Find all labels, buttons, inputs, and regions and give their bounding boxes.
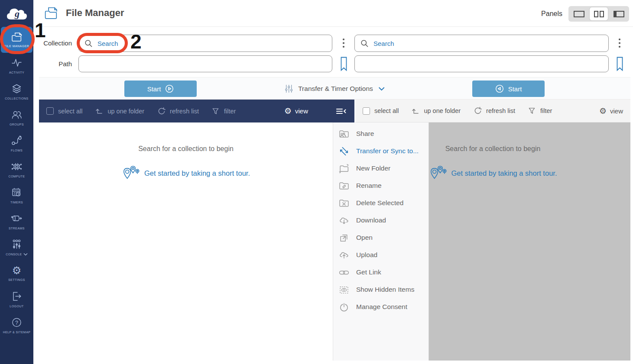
flow-icon (11, 135, 23, 146)
left-panel-toolbar: select all up one folder refresh list fi… (39, 100, 354, 122)
menu-item-show-hidden[interactable]: Show Hidden Items (333, 281, 428, 298)
transfer-timer-options-toggle[interactable]: Transfer & Timer Options (284, 77, 385, 100)
hidden-eye-icon (338, 284, 350, 295)
menu-item-get-link[interactable]: Get Link (333, 264, 428, 281)
sidebar-item-activity[interactable]: ACTIVITY (0, 53, 33, 79)
globus-logo[interactable]: g (0, 0, 33, 27)
refresh-list-button[interactable]: refresh list (473, 106, 515, 115)
select-all-checkbox[interactable]: select all (46, 107, 82, 115)
menu-item-label: Transfer or Sync to... (356, 147, 419, 155)
play-circle-icon (165, 84, 174, 93)
start-transfer-left-button[interactable]: Start (472, 81, 545, 97)
folder-icon (11, 31, 23, 42)
layers-icon (11, 83, 23, 94)
sidebar-item-compute[interactable]: COMPUTE (0, 157, 33, 183)
filter-funnel-icon (211, 107, 220, 115)
path-input-right[interactable] (354, 55, 609, 72)
menu-item-manage-consent[interactable]: Manage Consent (333, 298, 428, 316)
sidebar-item-timers[interactable]: TIMERS (0, 183, 33, 209)
question-icon: ? (11, 317, 23, 328)
up-one-folder-button[interactable]: up one folder (411, 107, 461, 115)
refresh-list-button[interactable]: refresh list (157, 107, 199, 116)
sidebar-item-label: STREAMS (9, 226, 25, 230)
calendar-clock-icon (11, 187, 23, 198)
search-icon (360, 39, 369, 48)
menu-item-new-folder[interactable]: New Folder (333, 160, 428, 177)
tour-link[interactable]: Get started by taking a short tour. (451, 169, 557, 177)
menu-item-upload[interactable]: Upload (333, 246, 428, 264)
panel-one-button[interactable] (570, 7, 588, 20)
view-label: view (610, 107, 623, 115)
sidebar-item-label: FILE MANAGER (4, 44, 29, 48)
panel-two-button[interactable] (590, 7, 608, 20)
panel-collapsed-button[interactable] (610, 7, 628, 20)
chevron-down-icon (378, 87, 385, 91)
menu-collapse-icon (335, 107, 347, 116)
menu-item-rename[interactable]: Rename (333, 177, 428, 194)
menu-item-download[interactable]: Download (333, 212, 428, 229)
collection-search-input[interactable]: Search (78, 35, 332, 52)
tour-link[interactable]: Get started by taking a short tour. (144, 169, 250, 177)
start-transfer-right-button[interactable]: Start (124, 81, 197, 97)
menu-item-delete-selected[interactable]: Delete Selected (333, 194, 428, 212)
file-action-menu: Share Transfer or Sync to... New Folder … (333, 122, 429, 361)
delete-icon (338, 198, 350, 209)
menu-item-transfer-or-sync[interactable]: Transfer or Sync to... (333, 142, 428, 160)
collection-menu-kebab-icon-right[interactable] (617, 37, 623, 49)
refresh-list-label: refresh list (486, 107, 515, 114)
sidebar-item-help[interactable]: ? HELP & SITEMAP (0, 312, 33, 338)
tour-pins-icon (429, 165, 447, 181)
filter-button[interactable]: filter (211, 107, 236, 115)
gear-icon: ⚙ (599, 107, 607, 115)
view-label: view (295, 107, 308, 115)
checkbox-icon[interactable] (46, 107, 54, 115)
action-menu-toggle[interactable] (335, 107, 347, 116)
select-all-checkbox[interactable]: select all (363, 107, 399, 115)
logout-icon (11, 291, 23, 302)
sidebar-item-console[interactable]: CONSOLE (0, 235, 33, 261)
sidebar-item-label: HELP & SITEMAP (3, 330, 31, 334)
sidebar-item-logout[interactable]: LOGOUT (0, 287, 33, 312)
up-one-folder-label: up one folder (107, 108, 144, 115)
sidebar-item-label: COMPUTE (8, 174, 25, 178)
sidebar-item-collections[interactable]: COLLECTIONS (0, 79, 33, 105)
filter-button[interactable]: filter (528, 107, 552, 115)
file-manager-folder-icon (42, 6, 60, 19)
globus-cloud-icon: g (4, 3, 29, 23)
sidebar-item-label: COLLECTIONS (5, 97, 28, 100)
collection-label: Collection (39, 39, 72, 47)
sidebar-item-streams[interactable]: STREAMS (0, 209, 33, 235)
start-label: Start (508, 85, 522, 93)
play-circle-left-icon (495, 84, 504, 93)
sidebar-item-label: GROUPS (10, 122, 24, 126)
sidebar-item-file-manager[interactable]: FILE MANAGER (1, 27, 32, 53)
menu-item-open[interactable]: Open (333, 229, 428, 246)
view-button[interactable]: ⚙ view (599, 107, 623, 115)
menu-item-label: Manage Consent (356, 303, 407, 311)
tour-link-row[interactable]: Get started by taking a short tour. (39, 165, 333, 181)
sliders-clock-icon (11, 239, 23, 250)
up-one-folder-button[interactable]: up one folder (95, 107, 144, 115)
panels-label: Panels (541, 10, 562, 18)
menu-item-share[interactable]: Share (333, 125, 428, 142)
collection-search-input-right[interactable]: Search (354, 35, 609, 52)
sidebar-item-groups[interactable]: GROUPS (0, 105, 33, 131)
panel-layout-switcher (568, 6, 629, 22)
sidebar-item-label: TIMERS (10, 200, 23, 204)
bookmark-icon[interactable] (340, 57, 347, 73)
menu-item-label: Share (356, 130, 374, 138)
collection-menu-kebab-icon[interactable] (341, 37, 347, 49)
bookmark-icon-right[interactable] (616, 57, 623, 73)
checkbox-icon[interactable] (363, 107, 370, 115)
sidebar-item-settings[interactable]: ⚙ SETTINGS (0, 261, 33, 287)
path-input[interactable] (78, 55, 332, 72)
gear-icon: ⚙ (284, 107, 292, 115)
sidebar-item-label: LOGOUT (10, 304, 23, 308)
collapsed-panel-icon (614, 11, 624, 17)
refresh-icon (157, 107, 166, 116)
header: File Manager Panels (33, 0, 633, 27)
share-folder-icon (338, 129, 350, 139)
menu-item-label: Show Hidden Items (356, 286, 414, 293)
sidebar-item-flows[interactable]: FLOWS (0, 131, 33, 157)
view-button[interactable]: ⚙ view (284, 107, 308, 115)
